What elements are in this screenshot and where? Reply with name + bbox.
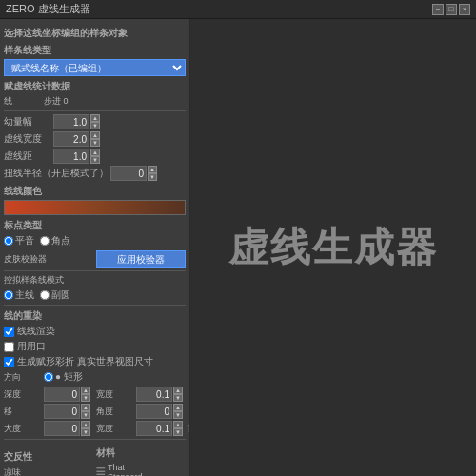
spline-type-section: 样条线类型 赋式线名称（已编组）: [4, 44, 186, 76]
seg-up[interactable]: ▲: [90, 114, 100, 122]
a-down[interactable]: ▼: [173, 411, 183, 419]
b-label: 宽度: [96, 423, 134, 435]
stats-section: 赋虚线统计数据 线 步进 0: [4, 80, 186, 108]
spline-type-label: 样条线类型: [4, 44, 186, 57]
deep-input[interactable]: [44, 387, 80, 402]
b-spinner: ▲ ▼: [136, 421, 183, 436]
color-label: 线线颜色: [4, 185, 186, 198]
line-gen-section: 线的重染 线线渲染 用用口 生成赋形彩折 真实世界视图尺寸 方向 ● 矩形: [4, 309, 186, 384]
subtitle-text: 选择这线坐标编组的样条对象: [4, 27, 186, 40]
check-use-port-label: 用用口: [17, 340, 46, 353]
seg-input[interactable]: [53, 114, 89, 129]
line-gap-spinner: ▲ ▼: [53, 149, 100, 164]
d-up[interactable]: ▲: [81, 387, 90, 394]
seg-spinner: ▲ ▼: [53, 114, 100, 129]
check-line-render-label: 线线渲染: [17, 325, 55, 338]
seg-label: 幼量幅: [4, 115, 51, 129]
w2-down[interactable]: ▼: [173, 394, 183, 402]
mode-flat-radio[interactable]: [4, 236, 13, 246]
r-down[interactable]: ▼: [148, 173, 157, 181]
a-input[interactable]: [44, 421, 80, 436]
mode-section: 标点类型 平音 角点: [4, 219, 186, 248]
apply-label: 皮肤校验器: [4, 253, 94, 266]
title-bar: ZERO-虚线生成器 − □ ×: [0, 0, 476, 19]
fill-mode1-radio[interactable]: [4, 290, 13, 300]
angle-label: 角度: [96, 406, 134, 418]
step-label: 步进 0: [44, 95, 82, 108]
fill-section: 控拟样条线模式 主线 副圆: [4, 274, 186, 302]
line-label: 线: [4, 95, 42, 108]
a-up[interactable]: ▲: [173, 404, 183, 411]
material-section: 材料 ≡ That Standard: [96, 443, 187, 476]
deep-label: 深度: [4, 388, 42, 401]
r-up[interactable]: ▲: [148, 166, 157, 173]
lg-up[interactable]: ▲: [90, 149, 100, 156]
check-line-render[interactable]: [4, 327, 14, 337]
stats-label: 赋虚线统计数据: [4, 80, 186, 93]
b-up[interactable]: ▲: [173, 421, 183, 428]
apply-section: 皮肤校验器 应用校验器: [4, 250, 186, 268]
b-down[interactable]: ▼: [173, 428, 183, 436]
width-label2: 宽度: [96, 388, 134, 401]
spline-type-dropdown[interactable]: 赋式线名称（已编组）: [4, 59, 186, 76]
m-up[interactable]: ▲: [81, 404, 90, 411]
d-down[interactable]: ▼: [81, 394, 90, 402]
fill-mode2-radio[interactable]: [40, 290, 50, 300]
apply-btn[interactable]: 应用校验器: [96, 250, 187, 268]
check-gen-shape-label: 生成赋形彩折 真实世界视图尺寸: [17, 355, 153, 368]
lw-up[interactable]: ▲: [90, 131, 100, 139]
check-use-port[interactable]: [4, 342, 14, 352]
dir-rect-radio[interactable]: [44, 372, 53, 382]
move-label: 移: [4, 406, 42, 418]
dir-label: 方向: [4, 371, 42, 384]
sep4: [4, 439, 186, 440]
color-swatch[interactable]: [4, 200, 186, 215]
line-width-input[interactable]: [53, 131, 89, 147]
angle-input[interactable]: [136, 404, 172, 419]
sep1: [4, 110, 186, 111]
mode2-label: 副圆: [40, 288, 70, 302]
a-label: 大度: [4, 423, 42, 435]
m-down[interactable]: ▼: [81, 411, 90, 419]
title-text: ZERO-虚线生成器: [6, 2, 90, 16]
line-width-spinner: ▲ ▼: [53, 131, 100, 147]
a2-up[interactable]: ▲: [81, 421, 90, 428]
radius-label: 扭线半径（开启模式了）: [4, 167, 109, 180]
big-text: 虚线生成器: [228, 221, 438, 274]
right-panel: 虚线生成器: [190, 19, 476, 476]
sep3: [4, 305, 186, 306]
dir-opt-label: ● 矩形: [44, 370, 83, 384]
mode-corner-radio[interactable]: [40, 236, 50, 246]
width-spinner2: ▲ ▼: [136, 387, 183, 402]
a2-down[interactable]: ▼: [81, 428, 90, 436]
lg-down[interactable]: ▼: [90, 156, 100, 164]
min-button[interactable]: −: [432, 4, 444, 15]
close-button[interactable]: ×: [459, 4, 470, 15]
sep2: [4, 270, 186, 271]
b-input[interactable]: [136, 421, 172, 436]
reflexivity-title: 交反性: [4, 450, 94, 464]
check-gen-shape[interactable]: [4, 357, 14, 367]
params-section: 幼量幅 ▲ ▼ 虚线宽度 ▲ ▼: [4, 114, 186, 181]
mat1-label: That: [108, 463, 146, 472]
title-controls: − □ ×: [432, 4, 470, 15]
mode-flat-label: 平音: [4, 234, 34, 248]
seg-down[interactable]: ▼: [90, 122, 100, 129]
move-input[interactable]: [44, 404, 80, 419]
line-gap-label: 虚线距: [4, 149, 51, 163]
line-gen-title: 线的重染: [4, 309, 186, 323]
deep-spinner: ▲ ▼: [44, 387, 90, 402]
move-spinner: ▲ ▼: [44, 404, 90, 419]
max-button[interactable]: □: [446, 4, 457, 15]
line-gap-input[interactable]: [53, 149, 89, 164]
lw-down[interactable]: ▼: [90, 139, 100, 147]
a-spinner: ▲ ▼: [44, 421, 90, 436]
w2-up[interactable]: ▲: [173, 387, 183, 394]
material-title: 材料: [96, 446, 187, 460]
texture-preview[interactable]: ≡: [96, 462, 107, 476]
mat2-label: Standard: [108, 472, 146, 477]
width-input2[interactable]: [136, 387, 172, 402]
mode-corner-label: 角点: [40, 234, 70, 248]
radius-input[interactable]: [110, 166, 147, 181]
mode-title: 标点类型: [4, 219, 186, 232]
